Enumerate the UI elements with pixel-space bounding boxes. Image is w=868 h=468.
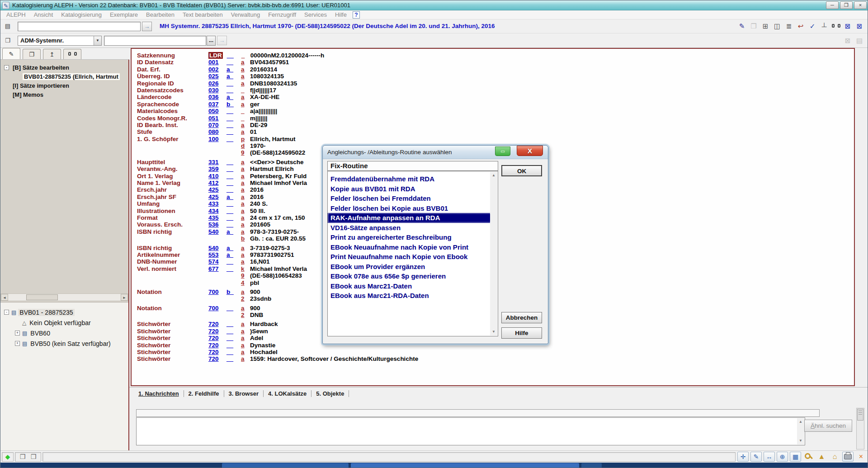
field-subfield-code[interactable]: a — [241, 221, 250, 228]
field-indicators[interactable]: a_ — [226, 228, 241, 235]
taskbar-window-button[interactable] — [351, 463, 579, 468]
field-subfield-code[interactable]: d — [241, 142, 250, 149]
field-value[interactable]: Petersberg, Kr Fuld — [250, 173, 307, 180]
scrollbar-thumb[interactable] — [26, 294, 58, 300]
ok-button[interactable]: OK — [501, 165, 542, 176]
field-tag[interactable]: LDR — [208, 52, 223, 59]
field-indicators[interactable]: __ — [226, 115, 241, 122]
field-subfield-code[interactable]: a — [241, 180, 250, 186]
menu-hilfe[interactable]: Hilfe — [331, 11, 351, 18]
edit-tree-node[interactable]: [I] Sätze importieren — [0, 81, 128, 90]
paste-record-icon[interactable]: ❐ — [748, 21, 759, 32]
more-options-button[interactable]: ... — [207, 36, 216, 46]
list-scrollbar[interactable]: ▲ ▼ — [490, 172, 497, 336]
delete-page-icon[interactable]: ⊠ — [854, 21, 865, 32]
field-subfield-code[interactable]: a — [241, 335, 250, 341]
field-tag[interactable]: 412 — [208, 180, 226, 186]
collapse-icon[interactable]: - — [4, 65, 9, 70]
field-subfield-code[interactable]: a — [241, 305, 250, 312]
field-tag[interactable]: 720 — [208, 342, 226, 349]
field-indicators[interactable]: __ — [226, 355, 241, 362]
field-value[interactable]: m||||||| — [250, 115, 267, 122]
field-value[interactable]: <<Der>> Deutsche — [250, 159, 304, 165]
expand-icon[interactable]: + — [15, 341, 20, 346]
messages-scrollbar[interactable]: ▲ ▼ — [797, 418, 804, 444]
field-indicators[interactable]: __ — [226, 122, 241, 128]
field-subfield-code[interactable]: a — [241, 208, 250, 214]
field-tag[interactable]: 553 — [208, 251, 226, 258]
rollup-icon[interactable]: ▭ — [495, 147, 510, 156]
field-tag[interactable]: 425 — [208, 186, 226, 193]
field-indicators[interactable]: __ — [226, 87, 241, 94]
close-record-icon[interactable]: ↩ — [795, 21, 806, 32]
field-tag[interactable]: 331 — [208, 159, 226, 165]
cancel-button[interactable]: Abbrechen — [501, 312, 542, 323]
field-value[interactable]: Ellrich, Hartmut — [250, 136, 296, 142]
record-search-input[interactable] — [18, 22, 141, 31]
field-tag[interactable]: 100 — [208, 136, 226, 142]
field-subfield-code[interactable]: a — [241, 228, 250, 235]
field-subfield-code[interactable]: 4 — [241, 279, 250, 286]
field-subfield-code[interactable]: a — [241, 122, 250, 128]
field-indicators[interactable]: a_ — [226, 94, 241, 100]
field-subfield-code[interactable]: 2 — [241, 295, 250, 302]
scroll-left-icon[interactable]: ◄ — [1, 294, 8, 301]
field-subfield-code[interactable]: a — [241, 349, 250, 355]
field-indicators[interactable]: a_ — [226, 194, 241, 200]
field-value[interactable]: 00000nM2.01200024------h — [250, 52, 325, 59]
help-icon[interactable]: ? — [353, 11, 360, 19]
field-value[interactable]: 1080324135 — [250, 73, 284, 80]
field-indicators[interactable]: __ — [226, 186, 241, 193]
field-value[interactable]: 2016 — [250, 186, 264, 193]
tab-3-browser[interactable]: 3. Browser — [224, 390, 264, 397]
search-record-icon[interactable] — [830, 21, 841, 32]
tab-copy-records[interactable]: ❐ — [23, 49, 41, 59]
edit-tree-node[interactable]: -[B] Sätze bearbeiten — [0, 63, 128, 72]
field-value[interactable]: (DE-588)124595022 — [250, 149, 305, 156]
field-value[interactable]: 23sdnb — [250, 295, 271, 302]
field-value[interactable]: 3-7319-0275-3 — [250, 245, 290, 251]
fix-routine-option[interactable]: EBook 078e aus 656e $p generieren — [328, 271, 498, 281]
field-value[interactable]: Michael Imhof Verla — [250, 180, 307, 186]
full-view-list-icon[interactable]: ≣ — [783, 21, 794, 32]
field-value[interactable]: XA-DE-HE — [250, 94, 279, 100]
field-tag[interactable]: 050 — [208, 108, 226, 114]
fix-routine-option[interactable]: VD16-Sätze anpassen — [328, 223, 498, 233]
field-indicators[interactable]: __ — [227, 52, 241, 59]
field-tag[interactable]: 359 — [208, 165, 226, 172]
field-tag[interactable]: 433 — [208, 200, 226, 207]
field-value[interactable]: Michael Imhof Verla — [250, 265, 307, 272]
library-icon[interactable]: ⌂ — [829, 452, 840, 462]
field-value[interactable]: Hartmut Ellrich — [250, 165, 294, 172]
field-subfield-code[interactable]: a — [241, 66, 250, 73]
field-subfield-code[interactable]: a — [241, 328, 250, 335]
field-value[interactable]: Adel — [250, 335, 263, 341]
open-book-icon[interactable]: ◫ — [772, 21, 783, 32]
field-value[interactable]: DNB — [250, 312, 263, 318]
field-indicators[interactable]: __ — [226, 305, 241, 312]
globe-icon[interactable]: ⊕ — [777, 452, 788, 462]
field-indicators[interactable]: __ — [226, 328, 241, 335]
fix-routine-option[interactable]: Print Neuaufnahme nach Kopie von Ebook — [328, 252, 498, 262]
close-session-icon[interactable]: × — [855, 452, 867, 462]
key-icon[interactable] — [803, 452, 814, 462]
field-value[interactable]: DE-29 — [250, 122, 267, 128]
field-tag[interactable]: 540 — [208, 228, 226, 235]
field-indicators[interactable]: __ — [226, 208, 241, 214]
edit-record-icon[interactable]: ✎ — [736, 21, 747, 32]
field-value[interactable]: 50 Ill. — [250, 208, 265, 214]
field-value[interactable]: 2016 — [250, 194, 264, 200]
fix-routine-option[interactable]: EBook aus Marc21-Daten — [328, 281, 498, 291]
help-button[interactable]: Hilfe — [501, 327, 542, 339]
fix-routine-option[interactable]: Felder löschen bei Fremddaten — [328, 194, 498, 203]
field-value[interactable]: 01 — [250, 128, 257, 135]
edit-tree-node[interactable]: [M] Memos — [0, 90, 128, 99]
field-subfield-code[interactable]: a — [241, 200, 250, 207]
tab-edit-records[interactable]: ✎ — [2, 48, 20, 59]
field-subfield-code[interactable]: a — [241, 186, 250, 193]
field-subfield-code[interactable]: a — [241, 342, 250, 349]
field-value[interactable]: 16,N01 — [250, 258, 270, 265]
field-tag[interactable]: 677 — [208, 265, 226, 272]
field-value[interactable]: Hochadel — [250, 349, 278, 355]
menu-bearbeiten[interactable]: Bearbeiten — [142, 11, 179, 18]
